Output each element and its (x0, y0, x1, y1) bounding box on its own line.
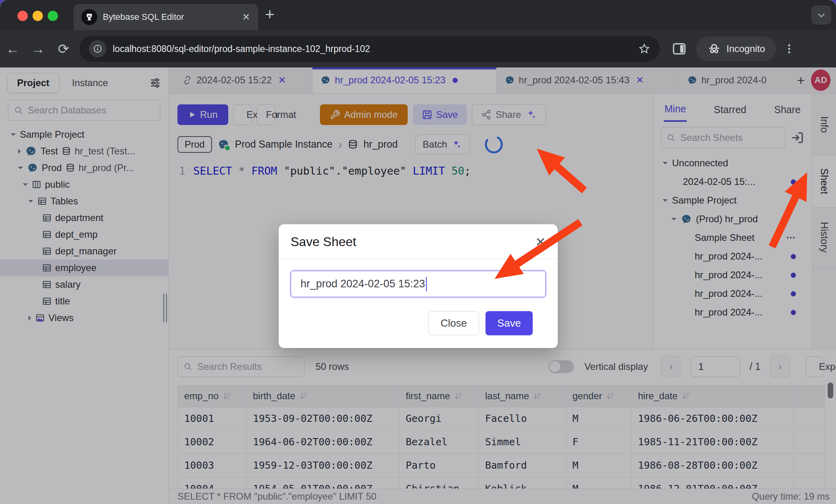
dialog-close-icon[interactable]: ✕ (535, 236, 546, 248)
bytebase-favicon (81, 9, 97, 25)
browser-tabstrip: Bytebase SQL Editor ✕ + (0, 0, 836, 30)
minimize-window-button[interactable] (33, 11, 43, 21)
maximize-window-button[interactable] (48, 11, 58, 21)
back-button[interactable]: ← (0, 41, 25, 57)
site-info-icon[interactable] (89, 40, 106, 58)
sheet-name-input[interactable]: hr_prod 2024-02-05 15:23 (291, 271, 546, 297)
browser-tab-close-icon[interactable]: ✕ (242, 12, 250, 22)
incognito-badge: Incognito (696, 37, 776, 61)
close-window-button[interactable] (17, 11, 28, 21)
tab-list-chevron-button[interactable] (811, 6, 831, 25)
browser-toolbar: ← → ⟳ localhost:8080/sql-editor/prod-sam… (0, 30, 836, 67)
new-tab-button[interactable]: + (265, 6, 274, 23)
close-button[interactable]: Close (428, 311, 479, 335)
side-panel-icon[interactable] (672, 41, 687, 56)
bytebase-sql-editor: Project Instance Sample Project Test (0, 67, 836, 504)
url-text: localhost:8080/sql-editor/prod-sample-in… (113, 44, 632, 54)
text-cursor (426, 277, 427, 291)
forward-button[interactable]: → (25, 41, 51, 57)
browser-window: Bytebase SQL Editor ✕ + ← → ⟳ localhost:… (0, 0, 836, 504)
reload-button[interactable]: ⟳ (51, 41, 76, 57)
save-confirm-button[interactable]: Save (485, 311, 533, 335)
browser-tab[interactable]: Bytebase SQL Editor ✕ (73, 4, 258, 30)
save-sheet-dialog: Save Sheet ✕ hr_prod 2024-02-05 15:23 Cl… (279, 224, 558, 348)
dialog-title: Save Sheet (291, 235, 356, 249)
address-bar[interactable]: localhost:8080/sql-editor/prod-sample-in… (79, 36, 660, 62)
incognito-icon (707, 42, 721, 56)
bookmark-star-icon[interactable] (638, 43, 650, 55)
incognito-label: Incognito (726, 43, 765, 54)
chevron-down-icon (816, 10, 826, 20)
browser-chrome: Bytebase SQL Editor ✕ + ← → ⟳ localhost:… (0, 0, 836, 67)
sheet-name-value: hr_prod 2024-02-05 15:23 (300, 278, 425, 290)
browser-tab-title: Bytebase SQL Editor (103, 12, 237, 22)
browser-menu-icon[interactable] (783, 43, 795, 55)
window-controls (17, 11, 58, 21)
